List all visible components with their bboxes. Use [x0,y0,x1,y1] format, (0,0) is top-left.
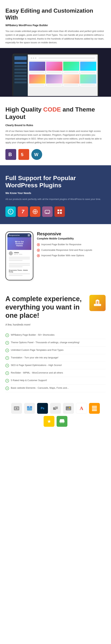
screen-card-8 [80,74,96,86]
feature-item-5: SEO & Page Speed Optimizations - High Sc… [5,362,106,369]
svg-point-20 [29,406,30,408]
ph-line-1 [9,257,30,258]
ph-line-6 [9,266,22,267]
phone-hero-line3: Themes [15,245,24,247]
tech-icons-row: B 5 W [5,149,106,160]
feature-item-7: 5 Rated Help & Customer Support! [5,377,106,384]
ps-label: Ps [41,407,44,410]
phone-avatar-row: Admin Jan 01, 2019 [9,251,30,255]
resp-feature-text-2: Customizable Responsive Grid and Row Lay… [41,248,92,252]
complete-feature-list: WPBakery Page Builder - 50+ Shortcodes T… [5,332,106,392]
phone-hero-line1: We've Got [15,241,24,243]
screen-toolbar [29,56,96,60]
screen-card-6 [46,74,62,86]
laptop-screen [13,54,98,96]
feature-icon-5 [5,364,9,368]
grid-icon [54,206,65,217]
screen-nav-7 [14,82,27,83]
feature-text-7: 5 Rated Help & Customer Support! [11,379,47,382]
menu-line-2 [28,235,30,236]
ph-line-4 [9,263,30,264]
ps-icon: Ps [37,403,48,414]
feature-icon-1 [5,334,9,337]
screen-card-5 [29,74,45,86]
phone-mockup: Responsive We've Got Premium Themes [5,231,33,280]
phone-avatar [9,251,13,255]
bottom-icons-section: Ps A ★ [0,399,111,434]
resp-feature-3: Improved Page Builder With new Options [37,254,106,257]
ph-line-7 [9,273,30,274]
resp-check-2 [37,249,40,252]
svg-rect-28 [92,407,97,408]
screen-nav-4 [14,72,27,74]
editing-body: You can create unlimited page structures… [5,30,106,44]
feature-item-3: Unlimited Custom Page Templates and Post… [5,347,106,354]
woo-icon [42,206,53,217]
svg-point-8 [48,213,49,214]
laptop-mockup [12,54,99,96]
svg-rect-30 [92,410,97,411]
svg-rect-22 [55,406,58,409]
svg-point-7 [46,213,47,214]
screen-card-1 [29,62,45,74]
resp-check-3 [37,254,40,257]
bottom-icon-6: A [76,403,87,414]
svg-rect-10 [60,210,62,211]
bottom-icon-2 [24,403,35,414]
editing-heading: Easy Editing and Customization With [5,7,106,21]
code-body: All of our themes have been reviewed by … [5,130,106,144]
svg-text:B: B [8,152,12,157]
support-subtitle: We Know Your Needs [5,191,106,195]
phone-date: Jan 01, 2019 [14,254,22,255]
toolbar-dot-2 [33,58,34,59]
ph-line-8 [9,275,22,276]
editing-section: Easy Editing and Customization With WPBa… [0,0,111,44]
bottom-icon-7 [89,403,100,414]
svg-rect-27 [92,406,97,407]
responsive-heading: Responsive [37,231,106,236]
svg-rect-29 [92,409,97,410]
quform-icon: ? [5,206,16,217]
feature-item-2: Theme Options Panel - Thousands of setti… [5,339,106,347]
screen-nav-1 [14,62,27,64]
screen-card-2 [46,62,62,74]
svg-rect-14 [97,301,98,304]
menu-line-1 [28,234,30,235]
feature-icon-7 [5,379,9,382]
bottom-icon-1 [11,403,22,414]
svg-text:W: W [34,152,38,157]
wpml-icon [30,206,40,217]
slider-label: 7 [21,209,24,214]
feature-text-1: WPBakery Page Builder - 50+ Shortcodes [11,333,54,336]
feature-text-4: Translation - Turn your site into any la… [11,356,58,359]
plugin-icons-row: ? 7 [5,206,106,217]
feature-text-6: RevSlider - WPML - WooCommerce and all o… [11,371,63,374]
bottom-icon-8: ★ [44,416,54,427]
feature-text-8: Basic website Elements - Carousels, Maps… [11,386,69,390]
bottom-icon-9 [57,416,67,427]
complete-section: A complete experience, everything you wa… [0,288,111,399]
screen-card-4 [80,62,96,74]
screen-nav-5 [14,75,27,77]
phone-logo: Responsive [9,234,20,236]
screen-nav-3 [14,68,27,70]
feature-icon-4 [5,356,9,360]
screen-logo [14,56,27,60]
svg-rect-11 [57,212,59,214]
svg-text:?: ? [9,210,11,213]
responsive-text: Responsive Complete Mobile Compatibility… [37,231,106,259]
text-a-icon: A [80,406,83,411]
badge-container: A complete experience, everything you wa… [5,295,106,323]
ph-line-2 [9,258,30,259]
gold-badge-icon [89,295,106,311]
screen-main [28,54,98,96]
phone-topbar: Responsive [7,233,31,237]
support-body: All our products work perfectly with all… [5,198,106,201]
star-symbol: ★ [47,419,51,424]
feature-icon-8 [5,386,9,390]
feature-item-6: RevSlider - WPML - WooCommerce and all o… [5,369,106,377]
responsive-subheading: Complete Mobile Compatibility [37,237,106,240]
feature-text-2: Theme Options Panel - Thousands of setti… [11,341,80,344]
screen-card-7 [63,74,79,86]
wordpress-icon: W [31,149,42,160]
